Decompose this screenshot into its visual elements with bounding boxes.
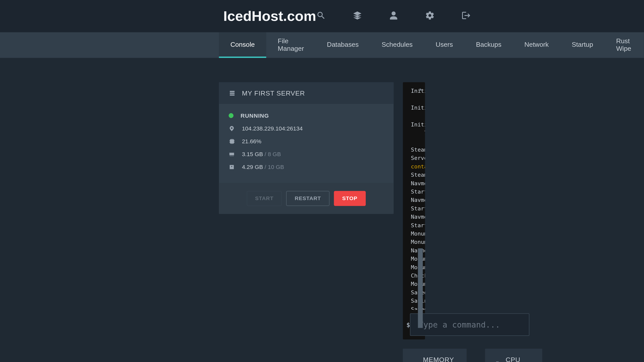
subnav: Console File Manager Databases Schedules… xyxy=(0,32,644,58)
stop-button[interactable]: STOP xyxy=(334,191,366,206)
console-input[interactable] xyxy=(410,313,530,336)
tab-backups[interactable]: Backups xyxy=(464,32,513,58)
network-icon xyxy=(229,125,235,131)
disk-icon xyxy=(229,164,235,170)
tab-network[interactable]: Network xyxy=(513,32,560,58)
cpu-icon xyxy=(495,360,499,362)
tab-console[interactable]: Console xyxy=(219,32,266,58)
tab-databases[interactable]: Databases xyxy=(315,32,370,58)
cpu-icon xyxy=(229,138,235,144)
tab-schedules[interactable]: Schedules xyxy=(370,32,424,58)
tab-users[interactable]: Users xyxy=(424,32,464,58)
console: Initializing 13646 entity links done. In… xyxy=(403,82,425,339)
status-row: RUNNING xyxy=(229,109,384,122)
tab-file-manager[interactable]: File Manager xyxy=(266,32,315,58)
brand-title[interactable]: IcedHost.com xyxy=(223,8,316,24)
tab-settings[interactable]: Settings xyxy=(643,32,644,58)
memory-row: 3.15 GB / 8 GB xyxy=(229,148,384,160)
admin-icon[interactable] xyxy=(425,11,435,22)
disk-row: 4.29 GB / 10 GB xyxy=(229,160,384,173)
logout-icon[interactable] xyxy=(461,11,471,22)
cpu-chart-header: CPU USAGE xyxy=(485,349,542,362)
account-icon[interactable] xyxy=(389,11,398,22)
search-icon[interactable] xyxy=(316,11,326,22)
server-icon xyxy=(229,89,236,97)
tab-startup[interactable]: Startup xyxy=(560,32,605,58)
memory-chart-header: MEMORY USAGE xyxy=(403,349,467,362)
start-button: START xyxy=(247,191,282,206)
tab-rust-wipe[interactable]: Rust Wipe xyxy=(605,32,642,58)
cpu-row: 21.66% xyxy=(229,135,384,148)
scrollbar-thumb[interactable] xyxy=(418,248,423,328)
status-dot xyxy=(229,113,233,118)
server-card-header: MY FIRST SERVER xyxy=(219,82,393,104)
memory-icon xyxy=(413,360,417,362)
address-row: 104.238.229.104:26134 xyxy=(229,122,384,135)
console-prompt-symbol: $ xyxy=(407,313,410,336)
scroll-up-icon[interactable]: ▴ xyxy=(419,87,422,92)
memory-icon xyxy=(229,151,235,157)
restart-button[interactable]: RESTART xyxy=(286,191,329,206)
layers-icon[interactable] xyxy=(352,11,362,22)
